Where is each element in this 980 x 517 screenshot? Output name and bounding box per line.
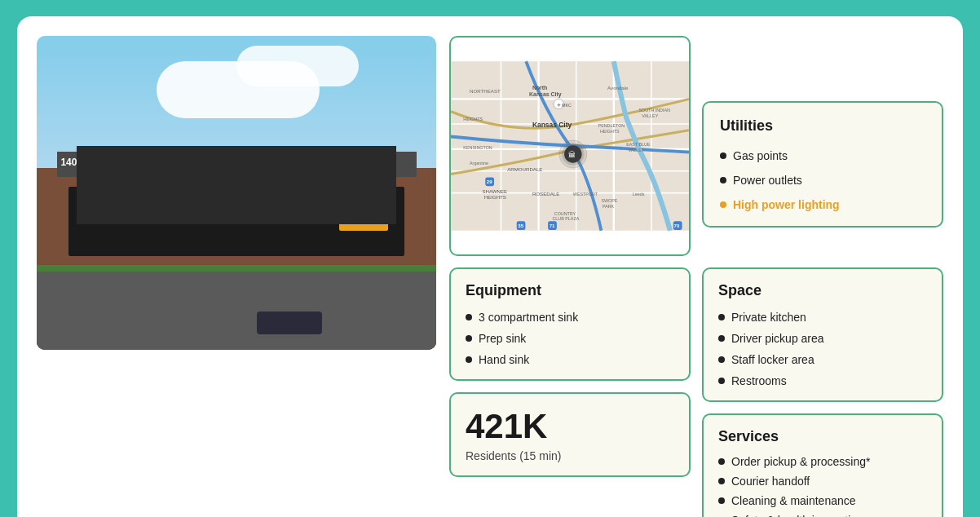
svg-text:Argentine: Argentine — [470, 161, 488, 166]
equipment-item-3: Hand sink — [466, 353, 674, 366]
space-label-1: Private kitchen — [731, 311, 806, 324]
space-card: Space Private kitchen Driver pickup area… — [702, 267, 943, 402]
bottom-right: Space Private kitchen Driver pickup area… — [702, 267, 943, 517]
svg-text:EAST BLUE: EAST BLUE — [626, 142, 651, 147]
svg-text:SOUTH INDIAN: SOUTH INDIAN — [639, 108, 671, 113]
services-item-1: Order pickup & processing* — [718, 455, 927, 468]
svg-text:North: North — [532, 85, 547, 91]
equipment-card: Equipment 3 compartment sink Prep sink H… — [449, 267, 691, 381]
utilities-item-2: Power outlets — [720, 174, 925, 187]
bullet-dot-3 — [720, 201, 726, 208]
right-section: NORTHEAST HEIGHTS North Kansas City Avon… — [449, 36, 943, 517]
services-card: Services Order pickup & processing* Cour… — [702, 413, 943, 517]
equipment-title: Equipment — [466, 282, 674, 299]
svg-text:29: 29 — [487, 179, 492, 184]
services-item-4: Safety & health inspections — [718, 514, 927, 517]
eq-dot-3 — [466, 356, 472, 363]
svg-text:HEIGHTS: HEIGHTS — [484, 194, 506, 200]
space-item-2: Driver pickup area — [718, 332, 927, 345]
utilities-item-label-2: Power outlets — [733, 174, 802, 187]
residents-card: 421K Residents (15 min) — [449, 392, 691, 477]
utilities-item-3: High power lighting — [720, 198, 925, 211]
residents-label: Residents (15 min) — [466, 449, 674, 462]
svg-text:✈: ✈ — [557, 102, 561, 108]
sp-dot-3 — [718, 356, 725, 363]
svg-text:35: 35 — [518, 223, 523, 228]
services-label-2: Courier handoff — [731, 475, 810, 488]
utilities-title: Utilities — [720, 117, 925, 135]
equipment-label-2: Prep sink — [479, 332, 526, 345]
address-number: 1400 — [60, 157, 82, 168]
eq-dot-1 — [466, 314, 472, 320]
bullet-dot-2 — [720, 177, 726, 183]
sp-dot-4 — [718, 378, 725, 384]
svg-text:VALLEY: VALLEY — [628, 148, 644, 152]
space-item-4: Restrooms — [718, 374, 927, 387]
equipment-label-3: Hand sink — [479, 353, 529, 366]
svg-text:SHAWNEE: SHAWNEE — [482, 188, 507, 194]
svg-text:71: 71 — [550, 223, 555, 228]
services-item-2: Courier handoff — [718, 475, 927, 488]
equipment-item-2: Prep sink — [466, 332, 674, 345]
svg-text:Kansas City: Kansas City — [529, 91, 562, 98]
map-container: NORTHEAST HEIGHTS North Kansas City Avon… — [449, 36, 691, 256]
photo-section: CROSSROADSFOODSTOP 1400 — [37, 36, 436, 517]
svg-text:HEIGHTS: HEIGHTS — [463, 117, 483, 122]
services-label-4: Safety & health inspections — [731, 514, 869, 517]
svg-text:KENSINGTON: KENSINGTON — [463, 145, 492, 150]
svg-text:SWOPE: SWOPE — [601, 198, 617, 203]
sp-dot-1 — [718, 314, 725, 320]
space-label-3: Staff locker area — [731, 353, 814, 366]
bottom-left: Equipment 3 compartment sink Prep sink H… — [449, 267, 691, 517]
utilities-item-1: Gas points — [720, 149, 925, 162]
services-label-1: Order pickup & processing* — [731, 455, 870, 468]
building-photo: CROSSROADSFOODSTOP 1400 — [37, 36, 436, 350]
eq-dot-2 — [466, 335, 472, 342]
services-title: Services — [718, 428, 927, 445]
svg-text:Avondale: Avondale — [607, 85, 629, 91]
space-label-4: Restrooms — [731, 374, 787, 387]
main-card: CROSSROADSFOODSTOP 1400 — [17, 16, 963, 517]
utilities-item-label-3: High power lighting — [733, 198, 840, 211]
svc-dot-2 — [718, 478, 725, 484]
svc-dot-1 — [718, 458, 725, 465]
svg-text:WESTPORT: WESTPORT — [573, 192, 598, 197]
utilities-card: Utilities Gas points Power outlets High … — [702, 101, 943, 228]
services-item-3: Cleaning & maintenance — [718, 494, 927, 507]
equipment-label-1: 3 compartment sink — [479, 311, 578, 324]
svg-text:Leeds: Leeds — [633, 192, 645, 197]
equipment-item-1: 3 compartment sink — [466, 311, 674, 324]
svg-text:COUNTRY: COUNTRY — [554, 211, 576, 216]
svg-text:VALLEY: VALLEY — [642, 113, 658, 118]
sp-dot-2 — [718, 335, 725, 342]
services-label-3: Cleaning & maintenance — [731, 494, 856, 507]
building-sign: CROSSROADSFOODSTOP — [339, 190, 388, 231]
svg-text:ROSEDALE: ROSEDALE — [532, 191, 559, 197]
svg-text:ARMOURDALE: ARMOURDALE — [507, 166, 542, 172]
svg-text:Kansas City: Kansas City — [532, 121, 572, 129]
svg-text:PARK: PARK — [603, 204, 615, 209]
space-title: Space — [718, 282, 927, 299]
bullet-dot-1 — [720, 152, 726, 159]
utilities-item-label-1: Gas points — [733, 149, 788, 162]
space-item-3: Staff locker area — [718, 353, 927, 366]
svg-text:70: 70 — [674, 223, 680, 228]
svg-text:CLUB PLAZA: CLUB PLAZA — [552, 216, 579, 221]
svg-text:HEIGHTS: HEIGHTS — [600, 129, 620, 134]
svc-dot-3 — [718, 497, 725, 504]
residents-number: 421K — [466, 407, 674, 446]
svg-text:🏛: 🏛 — [568, 150, 576, 159]
space-item-1: Private kitchen — [718, 311, 927, 324]
svg-text:NORTHEAST: NORTHEAST — [470, 88, 501, 94]
space-label-2: Driver pickup area — [731, 332, 824, 345]
svg-text:MKC: MKC — [562, 103, 572, 108]
svg-text:PENDLETON: PENDLETON — [598, 123, 625, 128]
